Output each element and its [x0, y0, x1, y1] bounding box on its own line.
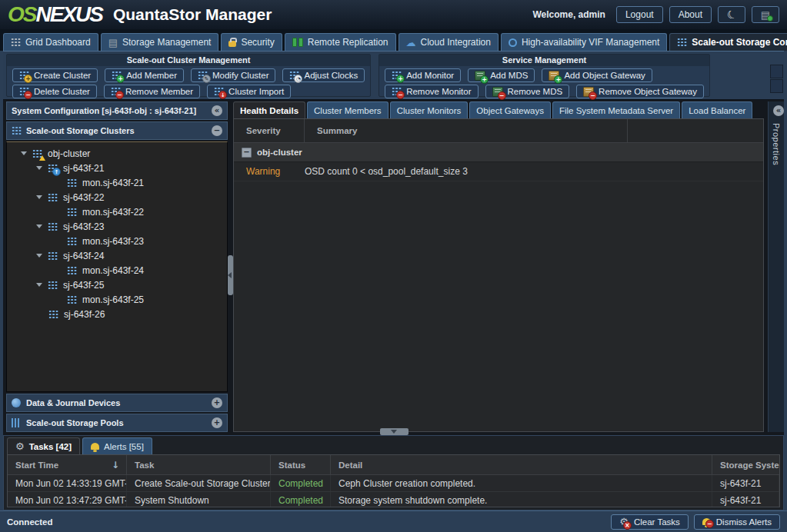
section-data-journal-devices[interactable]: Data & Journal Devices +: [6, 394, 228, 412]
about-button[interactable]: About: [669, 6, 712, 23]
add-monitor-button[interactable]: Add Monitor: [385, 68, 461, 82]
remove-object-gateway-button[interactable]: Remove Object Gateway: [576, 85, 704, 98]
tree-item-monitor[interactable]: mon.sj-643f-23: [7, 234, 227, 248]
tab-fs-metadata-server[interactable]: File System Metadata Server: [552, 101, 680, 118]
cloud-icon: ☁: [406, 38, 416, 48]
tab-scaleout-storage-configuration[interactable]: Scale-out Storage Configuration: [669, 33, 787, 51]
collapse-section-icon[interactable]: −: [212, 125, 222, 136]
app-header: OSNEXUS QuantaStor Manager Welcome, admi…: [0, 0, 787, 29]
remove-monitor-button[interactable]: Remove Monitor: [385, 85, 478, 98]
ribbon-group-title: Service Management: [379, 55, 709, 66]
tasks-alerts-panel: ⚙ Tasks [42] Alerts [55] Start Time ↓ Ta…: [3, 435, 784, 510]
delete-cluster-button[interactable]: Delete Cluster: [12, 85, 97, 98]
appliance-status-button[interactable]: ▤: [752, 6, 779, 23]
tab-health-details[interactable]: Health Details: [233, 101, 305, 118]
tree-item-monitor[interactable]: mon.sj-643f-21: [7, 175, 227, 190]
tab-storage-management[interactable]: ▤ Storage Management: [101, 33, 219, 51]
tab-security[interactable]: Security: [221, 33, 282, 51]
expand-section-icon[interactable]: +: [212, 417, 222, 428]
clear-tasks-button[interactable]: ⚙ Clear Tasks: [611, 514, 689, 530]
tab-object-gateways[interactable]: Object Gateways: [469, 101, 551, 118]
column-detail[interactable]: Detail: [331, 455, 712, 474]
dismiss-alerts-button[interactable]: Dismiss Alerts: [694, 514, 780, 530]
main-nav-tabbar: Grid Dashboard ▤ Storage Management Secu…: [0, 29, 787, 51]
tree-item-member[interactable]: sj-643f-21: [7, 161, 227, 175]
bell-icon: [91, 443, 99, 450]
group-collapse-icon[interactable]: −: [242, 148, 252, 158]
column-start-time[interactable]: Start Time ↓: [8, 455, 127, 474]
tree-expand-arrow[interactable]: [36, 254, 42, 258]
member-icon: [48, 222, 58, 231]
ribbon-overflow-button-bottom[interactable]: [770, 79, 783, 93]
ribbon-toolbar: Scale-out Cluster Management Create Clus…: [3, 51, 784, 100]
tree-expand-arrow[interactable]: [36, 195, 42, 199]
main-content-panel: Health Details Cluster Members Cluster M…: [233, 101, 764, 432]
tree-expand-arrow[interactable]: [21, 151, 27, 155]
adjust-clocks-button[interactable]: Adjust Clocks: [282, 68, 365, 82]
member-icon: [48, 193, 58, 202]
task-cell: System Shutdown: [127, 492, 271, 507]
create-cluster-button[interactable]: Create Cluster: [12, 68, 98, 82]
tab-ha-vif-management[interactable]: High-availability VIF Management: [501, 33, 667, 51]
section-title: Data & Journal Devices: [26, 398, 120, 407]
tree-item-member[interactable]: sj-643f-22: [7, 190, 227, 204]
section-scaleout-storage-clusters[interactable]: Scale-out Storage Clusters −: [6, 121, 228, 140]
horizontal-splitter-handle[interactable]: [380, 428, 409, 435]
tree-item-monitor[interactable]: mon.sj-643f-25: [7, 292, 227, 307]
column-summary[interactable]: Summary: [305, 119, 628, 142]
tab-cluster-members[interactable]: Cluster Members: [307, 101, 388, 118]
remove-member-button[interactable]: Remove Member: [104, 85, 200, 98]
tree-expand-arrow[interactable]: [36, 166, 42, 170]
vertical-splitter-handle[interactable]: [228, 255, 233, 295]
collapse-panel-icon[interactable]: «: [212, 105, 222, 116]
tree-item-member[interactable]: sj-643f-26: [7, 307, 227, 321]
tree-item-member[interactable]: sj-643f-23: [7, 219, 227, 234]
tab-load-balancer[interactable]: Load Balancer: [682, 101, 752, 118]
tree-item-monitor[interactable]: mon.sj-643f-24: [7, 263, 227, 278]
column-storage-system[interactable]: Storage System: [712, 455, 779, 474]
tab-alerts[interactable]: Alerts [55]: [82, 437, 152, 454]
section-scaleout-storage-pools[interactable]: Scale-out Storage Pools +: [6, 414, 228, 432]
tab-cluster-monitors[interactable]: Cluster Monitors: [390, 101, 469, 118]
theme-toggle-button[interactable]: ☾: [718, 6, 745, 23]
remove-mds-button[interactable]: Remove MDS: [485, 85, 570, 98]
tree-item-member[interactable]: sj-643f-24: [7, 248, 227, 263]
ribbon-group-service-management: Service Management Add Monitor Add MDS A…: [378, 54, 710, 97]
tree-item-obj-cluster[interactable]: obj-cluster: [7, 146, 227, 161]
modify-cluster-button[interactable]: Modify Cluster: [191, 68, 276, 82]
tab-remote-replication[interactable]: Remote Replication: [285, 33, 396, 51]
tree-item-monitor[interactable]: mon.sj-643f-22: [7, 204, 227, 219]
task-row[interactable]: Mon Jun 02 14:33:19 GMT-500… Create Scal…: [8, 475, 779, 492]
add-object-gateway-button[interactable]: Add Object Gateway: [542, 68, 652, 82]
tree-expand-arrow[interactable]: [36, 283, 42, 287]
cluster-import-button[interactable]: Cluster Import: [207, 85, 291, 98]
add-member-button[interactable]: Add Member: [105, 68, 184, 82]
ribbon-overflow-button-top[interactable]: [770, 65, 783, 78]
add-mds-button[interactable]: Add MDS: [468, 68, 535, 82]
grid-dashboard-icon: [11, 38, 21, 47]
tab-cloud-integration[interactable]: ☁ Cloud Integration: [399, 33, 499, 51]
group-row-obj-cluster[interactable]: − obj-cluster: [234, 143, 763, 162]
window-edge-right: [784, 29, 787, 532]
table-row-warning[interactable]: Warning OSD count 0 < osd_pool_default_s…: [234, 162, 763, 181]
tree-item-member[interactable]: sj-643f-25: [7, 278, 227, 292]
app-title: QuantaStor Manager: [113, 5, 272, 24]
column-status[interactable]: Status: [271, 455, 331, 474]
ha-ring-icon: [509, 38, 517, 47]
properties-side-tab[interactable]: « Properties: [768, 101, 784, 432]
column-severity[interactable]: Severity: [234, 119, 305, 142]
sort-desc-icon[interactable]: ↓: [112, 460, 119, 470]
expand-properties-icon[interactable]: «: [773, 105, 784, 116]
status-cell: Completed: [271, 475, 331, 491]
tab-grid-dashboard[interactable]: Grid Dashboard: [3, 33, 98, 51]
column-task[interactable]: Task: [127, 455, 271, 474]
task-row[interactable]: Mon Jun 02 13:47:29 GMT-500… System Shut…: [8, 492, 779, 507]
expand-section-icon[interactable]: +: [212, 397, 222, 408]
member-icon: [48, 281, 58, 290]
tree-expand-arrow[interactable]: [36, 224, 42, 228]
start-time-cell: Mon Jun 02 13:47:29 GMT-500…: [8, 492, 127, 507]
logout-button[interactable]: Logout: [616, 6, 663, 23]
tab-tasks[interactable]: ⚙ Tasks [42]: [7, 437, 80, 454]
header-controls: Welcome, admin Logout About ☾ ▤: [532, 6, 779, 23]
clusters-grid-icon: [12, 126, 22, 135]
